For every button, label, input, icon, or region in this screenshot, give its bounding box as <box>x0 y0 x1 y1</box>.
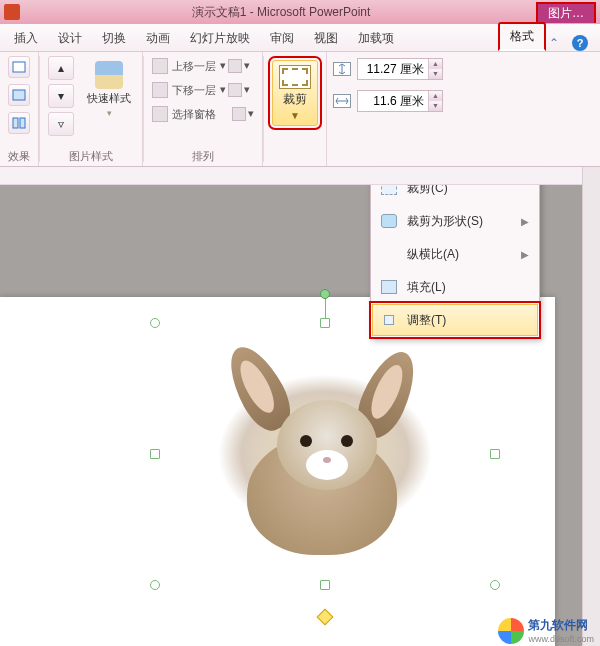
group-picture-styles: ▴ ▾ ▿ 快速样式 ▾ 图片样式 <box>40 52 143 166</box>
tab-design[interactable]: 设计 <box>48 26 92 51</box>
style-gallery-prev[interactable]: ▴ <box>48 56 74 80</box>
height-input[interactable] <box>358 62 428 76</box>
picture-effects-icon[interactable] <box>8 84 30 106</box>
chevron-down-icon[interactable]: ▼ <box>290 110 300 121</box>
crop-icon <box>279 65 311 89</box>
tab-transitions[interactable]: 切换 <box>92 26 136 51</box>
align-icon[interactable] <box>228 59 242 73</box>
send-backward-button[interactable]: 下移一层 ▾▾ <box>152 80 254 100</box>
picture-tools-context-tab[interactable]: 图片… <box>536 2 596 23</box>
svg-rect-0 <box>13 62 25 72</box>
tab-review[interactable]: 审阅 <box>260 26 304 51</box>
group-picture-styles-label: 图片样式 <box>69 147 113 164</box>
send-backward-label: 下移一层 <box>172 83 216 98</box>
tab-slideshow[interactable]: 幻灯片放映 <box>180 26 260 51</box>
svg-rect-3 <box>20 118 25 128</box>
bring-forward-icon <box>152 58 168 74</box>
group-adjust-edge: 效果 <box>0 52 39 166</box>
tab-view[interactable]: 视图 <box>304 26 348 51</box>
titlebar: 演示文稿1 - Microsoft PowerPoint 图片… <box>0 0 600 24</box>
quick-styles-button[interactable]: 快速样式 ▾ <box>84 56 134 123</box>
height-spinner[interactable]: ▲▼ <box>357 58 443 80</box>
ribbon: 效果 ▴ ▾ ▿ 快速样式 ▾ 图片样式 上移一层 ▾▾ <box>0 52 600 167</box>
svg-rect-2 <box>13 118 18 128</box>
group-icon[interactable] <box>228 83 242 97</box>
bring-forward-button[interactable]: 上移一层 ▾▾ <box>152 56 254 76</box>
crop-label: 裁剪 <box>283 91 307 108</box>
group-size: ▲▼ ▲▼ <box>327 52 449 166</box>
crop-split-button[interactable]: 裁剪 ▼ <box>272 60 318 126</box>
width-icon <box>333 94 351 108</box>
picture-layout-icon[interactable] <box>8 112 30 134</box>
send-backward-icon <box>152 82 168 98</box>
group-arrange: 上移一层 ▾▾ 下移一层 ▾▾ 选择窗格 ▾ 排列 <box>144 52 263 166</box>
picture-border-icon[interactable] <box>8 56 30 78</box>
group-arrange-label: 排列 <box>192 147 214 164</box>
selection-pane-label: 选择窗格 <box>172 107 216 122</box>
rotate-icon[interactable] <box>232 107 246 121</box>
group-crop: 裁剪 ▼ <box>264 52 327 166</box>
window-title: 演示文稿1 - Microsoft PowerPoint <box>26 4 536 21</box>
tab-addins[interactable]: 加载项 <box>348 26 404 51</box>
help-button[interactable]: ? <box>572 35 588 51</box>
width-down[interactable]: ▼ <box>428 101 442 111</box>
style-gallery-more[interactable]: ▿ <box>48 112 74 136</box>
selection-pane-button[interactable]: 选择窗格 ▾ <box>152 104 254 124</box>
paintbrush-icon <box>95 61 123 89</box>
height-up[interactable]: ▲ <box>428 59 442 69</box>
minimize-ribbon-button[interactable]: ⌃ <box>546 35 562 51</box>
style-gallery-next[interactable]: ▾ <box>48 84 74 108</box>
group-effects-label: 效果 <box>8 147 30 164</box>
height-icon <box>333 62 351 76</box>
selection-pane-icon <box>152 106 168 122</box>
quick-styles-label: 快速样式 <box>87 91 131 106</box>
ribbon-tabs: 插入 设计 切换 动画 幻灯片放映 审阅 视图 加载项 格式 ⌃ ? <box>0 24 600 52</box>
tab-format[interactable]: 格式 <box>498 22 546 51</box>
width-input[interactable] <box>358 94 428 108</box>
tab-animations[interactable]: 动画 <box>136 26 180 51</box>
width-spinner[interactable]: ▲▼ <box>357 90 443 112</box>
bring-forward-label: 上移一层 <box>172 59 216 74</box>
tab-insert[interactable]: 插入 <box>4 26 48 51</box>
height-down[interactable]: ▼ <box>428 69 442 79</box>
app-icon <box>4 4 20 20</box>
width-up[interactable]: ▲ <box>428 91 442 101</box>
svg-rect-1 <box>13 90 25 100</box>
